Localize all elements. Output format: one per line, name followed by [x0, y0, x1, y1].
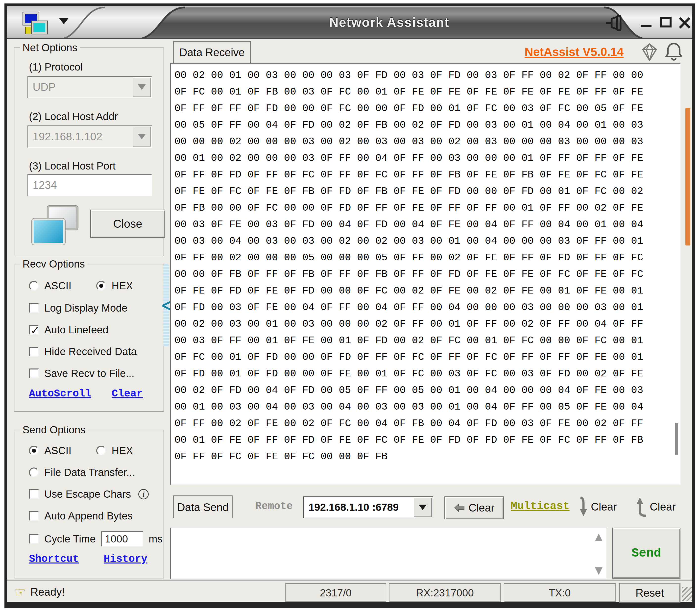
tab-data-send[interactable]: Data Send — [173, 496, 233, 518]
recv-ascii-radio[interactable]: ASCII — [29, 280, 71, 292]
auto-append-checkbox[interactable]: Auto Append Bytes — [29, 510, 132, 522]
save-recv-checkbox[interactable]: Save Recv to File... — [29, 367, 134, 379]
window-scroll-accent-bar[interactable] — [685, 108, 690, 246]
remote-label: Remote — [255, 500, 293, 512]
hex-line: 00 00 00 02 00 00 00 03 00 02 00 03 00 0… — [174, 134, 680, 150]
chevron-down-icon — [138, 84, 146, 90]
local-host-addr-value: 192.168.1.102 — [28, 130, 132, 143]
minimize-icon — [641, 25, 652, 27]
arrow-down-icon — [578, 497, 588, 517]
hex-line: 0F FF 0F FD 0F FF 0F FC 0F FF 0F FC 0F F… — [174, 167, 680, 183]
scroll-down-icon[interactable]: ▼ — [595, 565, 602, 576]
cycle-time-input[interactable]: 1000 — [101, 531, 143, 547]
gem-icon[interactable] — [641, 43, 658, 61]
scroll-up-icon[interactable]: ▲ — [595, 531, 602, 542]
remote-dropdown-button[interactable] — [414, 498, 432, 517]
hex-line: 0F FF 00 02 0F FE 00 02 0F FC 00 04 0F F… — [174, 415, 680, 432]
status-tx-counter: TX:0 — [504, 583, 616, 602]
remote-host-value: 192.168.1.10 :6789 — [304, 501, 413, 513]
packet-counter-value: 2317/0 — [320, 587, 352, 599]
title-bar: Network Assistant × — [7, 6, 692, 39]
hex-line: 0F FF 00 02 00 00 00 05 00 00 00 05 0F F… — [174, 249, 680, 266]
panel-collapse-splitter[interactable]: < — [163, 264, 169, 347]
minimize-button[interactable] — [638, 14, 655, 30]
history-link[interactable]: History — [104, 553, 147, 565]
hide-received-checkbox[interactable]: Hide Received Data — [29, 346, 137, 358]
hex-line: 00 01 00 03 00 04 00 03 00 04 00 03 00 0… — [174, 399, 680, 415]
tx-counter-value: TX:0 — [549, 587, 571, 599]
data-receive-area[interactable]: 00 02 00 01 00 03 00 00 00 03 0F FD 00 0… — [170, 63, 681, 485]
cycle-time-checkbox[interactable]: Cycle Time 1000 ms — [29, 531, 163, 547]
local-host-port-input[interactable]: 1234 — [27, 174, 152, 196]
send-options-group: Send Options ASCII HEX File Data Transfe… — [14, 430, 164, 579]
hex-line: 0F FF 0F FF 0F FD 00 00 0F FC 00 00 0F F… — [174, 100, 680, 117]
multicast-link[interactable]: Multicast — [511, 500, 570, 512]
radio-icon — [96, 446, 106, 456]
send-message-input[interactable]: ▲ ▼ — [170, 528, 607, 579]
connection-state-icon[interactable] — [32, 206, 79, 245]
screen-front-icon — [32, 219, 65, 245]
reset-counters-button[interactable]: Reset — [619, 583, 681, 603]
send-ascii-label: ASCII — [44, 445, 71, 457]
shortcut-link[interactable]: Shortcut — [29, 553, 79, 565]
remote-host-select[interactable]: 192.168.1.10 :6789 — [303, 497, 433, 518]
clear-send-history-button[interactable]: Clear — [578, 497, 617, 517]
local-host-addr-select[interactable]: 192.168.1.102 — [27, 125, 152, 148]
clear-receive-button[interactable]: Clear — [444, 497, 504, 519]
netassist-version-link[interactable]: NetAssist V5.0.14 — [524, 45, 624, 59]
net-options-title: Net Options — [20, 42, 80, 54]
clear-send-button[interactable]: Clear — [636, 497, 676, 517]
escape-chars-label: Use Escape Chars — [44, 488, 131, 500]
addr-dropdown-button[interactable] — [132, 127, 151, 147]
app-icon[interactable] — [23, 12, 49, 34]
hex-dump: 00 02 00 01 00 03 00 00 00 03 0F FD 00 0… — [171, 64, 680, 465]
recv-ascii-label: ASCII — [44, 280, 71, 292]
autoscroll-link[interactable]: AutoScroll — [29, 388, 91, 400]
send-hex-radio[interactable]: HEX — [96, 445, 133, 457]
radio-icon — [29, 281, 39, 291]
resize-grip[interactable] — [682, 587, 692, 601]
protocol-dropdown-button[interactable] — [132, 77, 151, 97]
file-transfer-label: File Data Transfer... — [44, 467, 135, 478]
protocol-value: UDP — [28, 81, 132, 93]
auto-linefeed-label: Auto Linefeed — [44, 324, 108, 336]
info-icon[interactable]: i — [138, 489, 149, 499]
hex-line: 00 02 00 01 00 03 00 00 00 03 0F FD 00 0… — [174, 67, 680, 84]
status-ready-label: Ready! — [30, 586, 65, 598]
protocol-label: (1) Protocol — [29, 61, 83, 73]
rx-counter-value: RX:2317000 — [416, 587, 474, 599]
send-ascii-radio[interactable]: ASCII — [29, 445, 71, 457]
close-window-button[interactable]: × — [676, 14, 692, 30]
pin-icon[interactable] — [605, 15, 626, 31]
system-menu-dropdown-icon[interactable] — [59, 18, 69, 24]
hex-line: 00 03 00 04 00 03 00 03 00 02 00 02 00 0… — [174, 233, 680, 249]
escape-chars-checkbox[interactable]: Use Escape Chars i — [29, 488, 149, 500]
local-host-port-label: (3) Local Host Port — [29, 160, 115, 172]
close-connection-button[interactable]: Close — [90, 210, 165, 238]
recv-clear-link[interactable]: Clear — [112, 388, 143, 400]
bell-icon[interactable] — [664, 42, 683, 63]
cycle-time-unit: ms — [149, 533, 163, 545]
cycle-time-label: Cycle Time — [44, 533, 96, 545]
chevron-down-icon — [138, 134, 146, 139]
receive-scrollbar-thumb[interactable] — [675, 423, 678, 455]
status-ready: ☞ Ready! — [14, 585, 65, 599]
hex-line: 00 00 0F FB 0F FF 0F FB 0F FF 0F FB 0F F… — [174, 266, 680, 283]
log-display-checkbox[interactable]: Log Display Mode — [29, 302, 127, 314]
checkbox-icon — [29, 325, 39, 335]
window-title: Network Assistant — [329, 15, 449, 29]
checkbox-icon — [29, 489, 39, 499]
send-options-title: Send Options — [20, 424, 88, 436]
auto-linefeed-checkbox[interactable]: Auto Linefeed — [29, 324, 108, 336]
send-button[interactable]: Send — [612, 528, 681, 579]
status-rx-counter: RX:2317000 — [389, 583, 501, 602]
hex-line: 0F FB 00 00 0F FC 00 00 0F FD 0F FF 0F F… — [174, 200, 680, 216]
tab-data-receive[interactable]: Data Receive — [173, 41, 251, 63]
file-transfer-radio[interactable]: File Data Transfer... — [29, 467, 135, 478]
protocol-select[interactable]: UDP — [27, 76, 152, 98]
app-icon-cable — [25, 27, 31, 34]
maximize-button[interactable] — [657, 14, 674, 30]
recv-hex-radio[interactable]: HEX — [96, 280, 133, 292]
save-recv-label: Save Recv to File... — [44, 367, 134, 379]
send-hex-label: HEX — [112, 445, 133, 457]
